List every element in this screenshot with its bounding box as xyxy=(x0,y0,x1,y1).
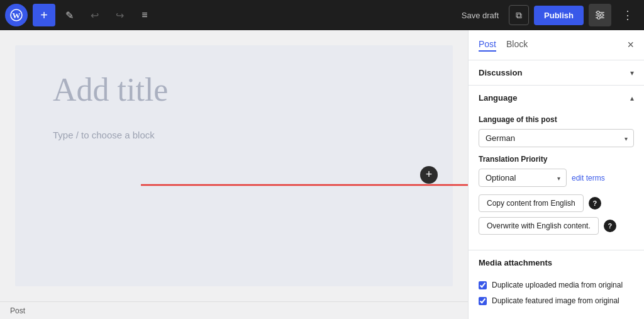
undo-icon: ↩ xyxy=(91,9,99,21)
pencil-icon: ✎ xyxy=(65,9,74,21)
preview-icon: ⧉ xyxy=(516,10,522,21)
more-options-button[interactable]: ⋮ xyxy=(616,4,639,26)
more-icon: ⋮ xyxy=(622,8,633,22)
copy-content-button[interactable]: Copy content from English xyxy=(479,194,584,212)
copy-help-icon[interactable]: ? xyxy=(589,197,601,210)
main-area: Add title Type / to choose a block + xyxy=(0,30,644,319)
media-attachments-body: Duplicate uploaded media from original D… xyxy=(469,275,644,319)
duplicate-media-label: Duplicate uploaded media from original xyxy=(492,280,623,291)
status-bar: Post xyxy=(0,301,468,319)
preview-button[interactable]: ⧉ xyxy=(509,5,529,25)
tab-post[interactable]: Post xyxy=(479,39,496,52)
language-section-header[interactable]: Language ▴ xyxy=(469,86,644,110)
duplicate-featured-image-checkbox[interactable] xyxy=(479,297,487,305)
overwrite-help-icon[interactable]: ? xyxy=(604,220,616,232)
plus-icon: + xyxy=(40,8,48,23)
settings-button[interactable] xyxy=(589,4,611,26)
media-attachments-section: Media attachments Duplicate uploaded med… xyxy=(469,250,644,319)
wp-logo[interactable]: W xyxy=(5,4,28,26)
discussion-section: Discussion ▾ xyxy=(469,60,644,86)
discussion-chevron-down-icon: ▾ xyxy=(630,69,634,77)
toolbar-right: Save draft ⧉ Publish ⋮ xyxy=(457,4,639,26)
copy-content-row: Copy content from English ? xyxy=(479,194,634,212)
language-select[interactable]: German English French Spanish xyxy=(479,129,634,147)
priority-select-wrapper: Optional Normal High ▾ xyxy=(479,169,567,187)
redo-icon: ↪ xyxy=(116,9,124,21)
editor-area: Add title Type / to choose a block + xyxy=(0,30,468,319)
svg-text:W: W xyxy=(13,11,21,20)
status-label: Post xyxy=(10,306,25,315)
language-field-label: Language of this post xyxy=(479,115,634,124)
language-section-body: Language of this post German English Fre… xyxy=(469,110,644,250)
red-arrow-indicator xyxy=(141,179,468,191)
translation-priority-row: Optional Normal High ▾ edit terms xyxy=(479,169,634,187)
list-icon: ≡ xyxy=(142,9,147,21)
tab-block[interactable]: Block xyxy=(506,39,528,52)
duplicate-featured-image-label: Duplicate featured image from original xyxy=(492,296,619,306)
settings-icon xyxy=(594,9,606,21)
language-select-wrapper: German English French Spanish ▾ xyxy=(479,129,634,147)
duplicate-media-checkbox[interactable] xyxy=(479,281,487,289)
editor-content[interactable]: Add title Type / to choose a block + xyxy=(15,45,453,286)
discussion-section-title: Discussion xyxy=(479,68,522,77)
editor-canvas: Add title Type / to choose a block + xyxy=(0,30,468,301)
add-block-icon: + xyxy=(426,168,433,181)
block-placeholder: Type / to choose a block xyxy=(53,130,415,140)
overwrite-content-button[interactable]: Overwrite with English content. xyxy=(479,217,599,235)
edit-toolbar-button[interactable]: ✎ xyxy=(58,4,80,26)
toolbar: W + ✎ ↩ ↪ ≡ Save draft ⧉ Publish xyxy=(0,0,644,30)
sidebar: Post Block × Discussion ▾ Language ▴ xyxy=(468,30,644,319)
language-section: Language ▴ Language of this post German … xyxy=(469,86,644,250)
language-section-title: Language xyxy=(479,93,517,103)
save-draft-button[interactable]: Save draft xyxy=(457,7,504,24)
add-block-toolbar-button[interactable]: + xyxy=(33,4,55,26)
redo-button[interactable]: ↪ xyxy=(108,4,131,26)
media-attachments-header[interactable]: Media attachments xyxy=(469,250,644,275)
sidebar-close-button[interactable]: × xyxy=(627,38,634,52)
duplicate-featured-image-row: Duplicate featured image from original xyxy=(479,296,634,306)
post-title-input[interactable]: Add title xyxy=(53,70,415,109)
discussion-section-header[interactable]: Discussion ▾ xyxy=(469,60,644,85)
block-placeholder-text: Type / to choose a block xyxy=(53,130,155,140)
priority-field-label: Translation Priority xyxy=(479,155,634,164)
publish-button[interactable]: Publish xyxy=(534,6,584,25)
language-chevron-up-icon: ▴ xyxy=(630,94,634,103)
svg-point-7 xyxy=(597,16,600,19)
svg-point-6 xyxy=(601,14,603,16)
duplicate-media-row: Duplicate uploaded media from original xyxy=(479,280,634,291)
svg-point-5 xyxy=(597,11,599,14)
edit-terms-link[interactable]: edit terms xyxy=(572,174,605,182)
priority-select[interactable]: Optional Normal High xyxy=(479,169,567,187)
undo-button[interactable]: ↩ xyxy=(83,4,106,26)
sidebar-tabs: Post Block × xyxy=(469,30,644,60)
media-attachments-title: Media attachments xyxy=(479,258,552,267)
overwrite-content-row: Overwrite with English content. ? xyxy=(479,217,634,235)
sidebar-body: Discussion ▾ Language ▴ Language of this… xyxy=(469,60,644,319)
list-view-button[interactable]: ≡ xyxy=(133,4,156,26)
add-block-button[interactable]: + xyxy=(420,166,438,184)
